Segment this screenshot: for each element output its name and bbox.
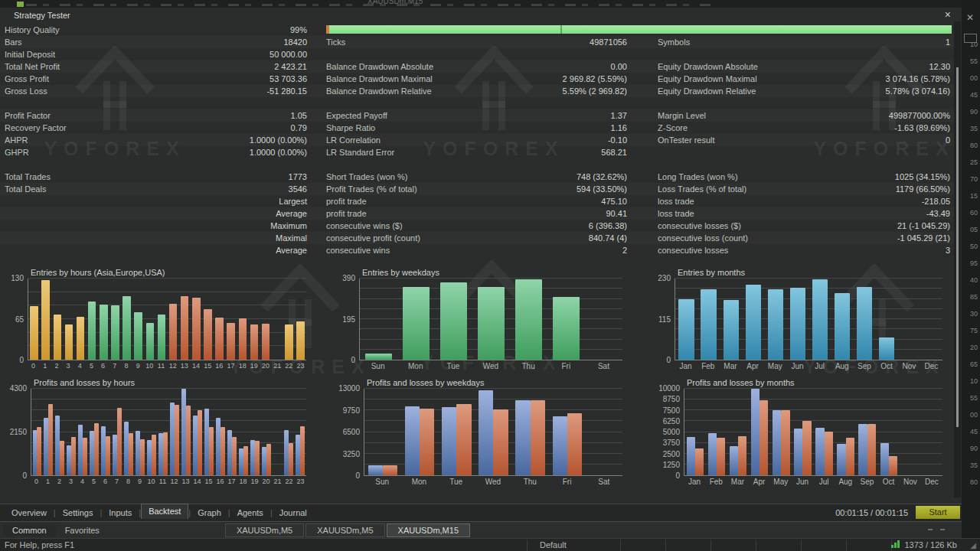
bar <box>296 321 305 360</box>
tester-scrollbar-thumb[interactable] <box>956 67 959 427</box>
stat-label <box>658 97 805 109</box>
tab-agents[interactable]: Agents <box>230 507 270 519</box>
tab-backtest[interactable]: Backtest <box>141 504 188 519</box>
bar <box>204 409 209 475</box>
x-axis-label: Sat <box>585 362 622 370</box>
price-scale-value: 10 <box>970 378 978 385</box>
x-axis-label: Apr <box>742 362 764 370</box>
stat-value: 2 969.82 (5.59%) <box>491 73 627 85</box>
bar <box>54 315 62 360</box>
bar <box>227 430 232 475</box>
stat-value: -51 280.15 <box>181 85 307 97</box>
x-axis-label: Jul <box>813 478 835 486</box>
stat-value: 1.37 <box>491 109 627 122</box>
bar <box>262 324 270 360</box>
stat-value: 840.74 (4) <box>491 232 627 244</box>
bar <box>790 288 805 360</box>
bar <box>37 427 41 475</box>
bar <box>232 437 237 475</box>
stat-row: Profit Factor1.05Expected Payoff1.37Marg… <box>0 109 954 122</box>
stat-value: Maximal <box>181 232 307 244</box>
stat-label <box>658 158 805 171</box>
stat-value: 475.10 <box>491 195 627 207</box>
stat-label: consecutive losses <box>658 244 805 256</box>
stat-label: GHPR <box>5 146 181 158</box>
stat-label: Ticks <box>326 36 491 48</box>
stat-label: Total Net Profit <box>5 60 181 73</box>
progress-tick <box>560 25 562 34</box>
bar <box>794 429 802 475</box>
stat-label: LR Standard Error <box>326 146 491 158</box>
stat-label: loss trade <box>658 207 805 220</box>
x-axis-label: Aug <box>831 362 853 370</box>
bar <box>701 289 716 360</box>
panel-close-icon[interactable]: × <box>945 8 951 21</box>
y-axis-tick: 0 <box>19 357 24 364</box>
toolbox-tab-common[interactable]: Common <box>3 524 56 536</box>
y-axis-tick: 4300 <box>10 385 27 393</box>
bar <box>163 432 168 476</box>
backtest-stats-table: History Quality99%Bars18420Ticks49871056… <box>0 24 954 256</box>
bar <box>553 297 579 360</box>
chart-tab-0[interactable]: XAUUSDm,M5 <box>225 523 304 537</box>
stat-value: 6 (396.38) <box>491 220 627 232</box>
x-axis-label: 22 <box>283 362 295 370</box>
bar <box>129 433 133 475</box>
bar <box>181 296 189 360</box>
bar <box>815 428 824 475</box>
backtest-timer: 00:01:15 / 00:01:15 <box>835 508 908 517</box>
chart-tab-1[interactable]: XAUUSDm,M5 <box>305 523 384 537</box>
stat-value: 2 <box>491 244 627 256</box>
bar <box>708 433 717 475</box>
y-axis-tick: 6250 <box>663 418 680 425</box>
x-axis-label: 6 <box>100 478 111 485</box>
bar <box>724 300 739 360</box>
x-axis-label: Mon <box>400 478 437 486</box>
chart-tab-2[interactable]: XAUUSDm,M15 <box>387 523 470 537</box>
x-axis-label: Aug <box>835 478 856 486</box>
x-axis-label: Sun <box>359 362 397 370</box>
stat-row: Averageconsecutive wins2consecutive loss… <box>0 244 954 256</box>
y-axis-tick: 5000 <box>663 429 680 436</box>
stat-value: -218.05 <box>805 195 950 207</box>
price-scale-value: 80 <box>970 479 978 486</box>
status-profile[interactable]: Default <box>540 540 567 549</box>
y-axis-tick: 8750 <box>663 396 680 403</box>
stat-row <box>0 158 954 171</box>
start-button[interactable]: Start <box>916 506 960 519</box>
bar <box>106 436 110 475</box>
bar <box>77 317 85 360</box>
tab-graph[interactable]: Graph <box>191 507 228 519</box>
bar <box>152 435 156 475</box>
price-scale-value: 45 <box>970 92 978 99</box>
stat-value: -43.49 <box>805 207 950 220</box>
tab-inputs[interactable]: Inputs <box>102 507 139 519</box>
y-axis-tick: 7500 <box>663 407 680 415</box>
stat-value: 49871056 <box>491 36 627 48</box>
x-axis-label: Oct <box>878 478 900 486</box>
stat-value <box>181 97 307 109</box>
tab-settings[interactable]: Settings <box>56 507 100 519</box>
toolbox-tab-favorites[interactable]: Favorites <box>56 524 109 536</box>
x-axis-label: Thu <box>511 478 548 486</box>
stat-value: 1.0000 (0.00%) <box>181 134 307 146</box>
x-axis-label: 9 <box>132 362 144 370</box>
tab-overview[interactable]: Overview <box>5 507 54 519</box>
x-axis-label: 1 <box>42 478 54 485</box>
x-axis-label: 11 <box>157 478 168 485</box>
bar <box>209 427 214 475</box>
stat-value: 748 (32.62%) <box>491 171 627 183</box>
subwindow-close-icon[interactable]: ✕ <box>966 12 974 23</box>
x-axis-label: 17 <box>226 478 237 485</box>
y-axis-tick: 0 <box>22 472 27 480</box>
chart-pl-by-months: Profits and losses by months100008750750… <box>655 378 944 497</box>
price-scale-value: 55 <box>970 58 978 65</box>
stat-label: Total Trades <box>5 171 181 183</box>
stat-value: 1.16 <box>491 122 627 134</box>
tab-journal[interactable]: Journal <box>273 507 314 519</box>
bar <box>262 447 266 475</box>
stat-label: Balance Drawdown Relative <box>326 85 491 97</box>
x-axis-label: Dec <box>921 478 942 486</box>
stat-label: Balance Drawdown Maximal <box>326 73 491 85</box>
stat-row: Averageprofit trade90.41loss trade-43.49 <box>0 207 954 220</box>
